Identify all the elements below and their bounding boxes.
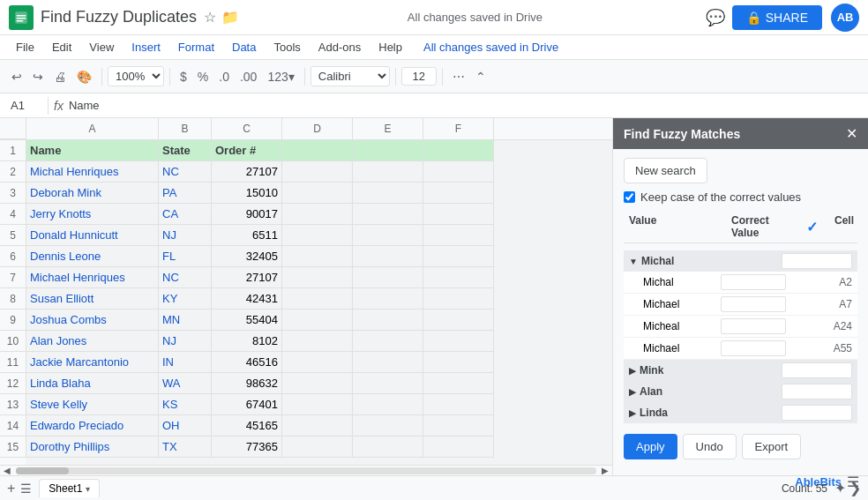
cell-C12[interactable]: 98632 — [212, 373, 282, 394]
cell-A7[interactable]: Michael Henriques — [26, 267, 159, 288]
cell-A14[interactable]: Edwardo Preciado — [26, 415, 159, 437]
cell-B1[interactable]: State — [159, 140, 212, 161]
fuzzy-row[interactable]: MichalA2 — [624, 272, 857, 294]
cell-A1[interactable]: Name — [26, 140, 159, 161]
cell-F12[interactable] — [423, 373, 494, 394]
cell-C2[interactable]: 27107 — [212, 161, 282, 183]
undo-button[interactable]: ↩ — [7, 66, 26, 87]
col-header-e[interactable]: E — [353, 118, 423, 139]
cell-F11[interactable] — [423, 352, 494, 373]
cell-A15[interactable]: Dorothy Phillips — [26, 437, 159, 458]
cell-F10[interactable] — [423, 331, 494, 352]
cell-D8[interactable] — [282, 288, 353, 310]
col-header-d[interactable]: D — [282, 118, 353, 139]
cell-D10[interactable] — [282, 331, 353, 352]
fuzzy-row[interactable]: MichaelA55 — [624, 338, 857, 360]
cell-E11[interactable] — [353, 352, 423, 373]
cell-D4[interactable] — [282, 204, 353, 225]
menu-format[interactable]: Format — [171, 39, 221, 56]
menu-file[interactable]: File — [9, 39, 41, 56]
menu-edit[interactable]: Edit — [45, 39, 79, 56]
keep-case-checkbox[interactable] — [624, 191, 635, 203]
fuzzy-group-alan[interactable]: ▶Alan — [624, 381, 857, 402]
cell-C15[interactable]: 77365 — [212, 437, 282, 458]
cell-C3[interactable]: 15010 — [212, 183, 282, 204]
cell-F2[interactable] — [423, 161, 494, 183]
comment-button[interactable]: 💬 — [706, 8, 725, 27]
cell-D3[interactable] — [282, 183, 353, 204]
cell-D12[interactable] — [282, 373, 353, 394]
cell-A10[interactable]: Alan Jones — [26, 331, 159, 352]
menu-insert[interactable]: Insert — [124, 39, 168, 56]
redo-button[interactable]: ↪ — [28, 66, 48, 87]
table-row[interactable]: Susan ElliottKY42431 — [26, 288, 612, 310]
paint-format-button[interactable]: 🎨 — [72, 66, 96, 87]
table-row[interactable]: Donald HunnicuttNJ6511 — [26, 225, 612, 246]
cell-B14[interactable]: OH — [159, 415, 212, 437]
font-size-input[interactable] — [401, 67, 437, 86]
cell-F8[interactable] — [423, 288, 494, 310]
cell-A11[interactable]: Jackie Marcantonio — [26, 352, 159, 373]
cell-C1[interactable]: Order # — [212, 140, 282, 161]
cell-E15[interactable] — [353, 437, 423, 458]
add-sheet-button[interactable]: + — [7, 481, 15, 496]
cell-C4[interactable]: 90017 — [212, 204, 282, 225]
cell-reference[interactable]: A1 — [7, 99, 42, 112]
fuzzy-group-mink[interactable]: ▶Mink — [624, 360, 857, 381]
col-header-c[interactable]: C — [212, 118, 282, 139]
share-button[interactable]: 🔒 SHARE — [732, 5, 822, 30]
avatar[interactable]: AB — [831, 4, 859, 32]
sheet-list-button[interactable]: ☰ — [20, 481, 32, 496]
cell-C9[interactable]: 55404 — [212, 310, 282, 331]
cell-D2[interactable] — [282, 161, 353, 183]
explore-button[interactable]: ✦ — [834, 480, 846, 496]
menu-help[interactable]: Help — [371, 39, 409, 56]
cell-B10[interactable]: NJ — [159, 331, 212, 352]
cell-D7[interactable] — [282, 267, 353, 288]
cell-C5[interactable]: 6511 — [212, 225, 282, 246]
cell-D9[interactable] — [282, 310, 353, 331]
cell-C14[interactable]: 45165 — [212, 415, 282, 437]
fuzzy-group-linda[interactable]: ▶Linda — [624, 402, 857, 423]
cell-E6[interactable] — [353, 246, 423, 267]
table-row[interactable]: Dennis LeoneFL32405 — [26, 246, 612, 267]
cell-F14[interactable] — [423, 415, 494, 437]
cell-F6[interactable] — [423, 246, 494, 267]
fuzzy-panel-close-button[interactable]: ✕ — [846, 125, 857, 142]
cell-B11[interactable]: IN — [159, 352, 212, 373]
undo-button-fuzzy[interactable]: Undo — [683, 434, 737, 459]
cell-B9[interactable]: MN — [159, 310, 212, 331]
cell-D5[interactable] — [282, 225, 353, 246]
more-formats-button[interactable]: 123▾ — [263, 66, 298, 87]
sheet-tab-sheet1[interactable]: Sheet1 ▾ — [39, 479, 100, 497]
scroll-right-button[interactable]: ▶ — [600, 466, 610, 475]
cell-E13[interactable] — [353, 394, 423, 415]
cell-A6[interactable]: Dennis Leone — [26, 246, 159, 267]
col-header-b[interactable]: B — [159, 118, 212, 139]
scroll-left-button[interactable]: ◀ — [2, 466, 12, 475]
table-row[interactable]: Dorothy PhillipsTX77365 — [26, 437, 612, 458]
font-selector[interactable]: Calibri — [311, 66, 390, 86]
cell-C13[interactable]: 67401 — [212, 394, 282, 415]
fuzzy-row[interactable]: MichaelA7 — [624, 294, 857, 316]
collapse-sheets-button[interactable]: ❯ — [849, 480, 861, 496]
cell-E5[interactable] — [353, 225, 423, 246]
table-row[interactable]: Steve KellyKS67401 — [26, 394, 612, 415]
cell-E14[interactable] — [353, 415, 423, 437]
horizontal-scrollbar[interactable]: ◀ ▶ — [0, 465, 612, 475]
cell-A5[interactable]: Donald Hunnicutt — [26, 225, 159, 246]
cell-E7[interactable] — [353, 267, 423, 288]
scroll-track[interactable] — [16, 467, 596, 474]
collapse-toolbar-button[interactable]: ⌃ — [471, 66, 490, 87]
cell-D11[interactable] — [282, 352, 353, 373]
cell-F9[interactable] — [423, 310, 494, 331]
cell-F5[interactable] — [423, 225, 494, 246]
cell-D6[interactable] — [282, 246, 353, 267]
cell-A2[interactable]: Michal Henriques — [26, 161, 159, 183]
cell-A8[interactable]: Susan Elliott — [26, 288, 159, 310]
cell-E4[interactable] — [353, 204, 423, 225]
table-row[interactable]: Linda BlahaWA98632 — [26, 373, 612, 394]
cell-B5[interactable]: NJ — [159, 225, 212, 246]
cell-B15[interactable]: TX — [159, 437, 212, 458]
more-toolbar-button[interactable]: ⋯ — [448, 66, 469, 87]
